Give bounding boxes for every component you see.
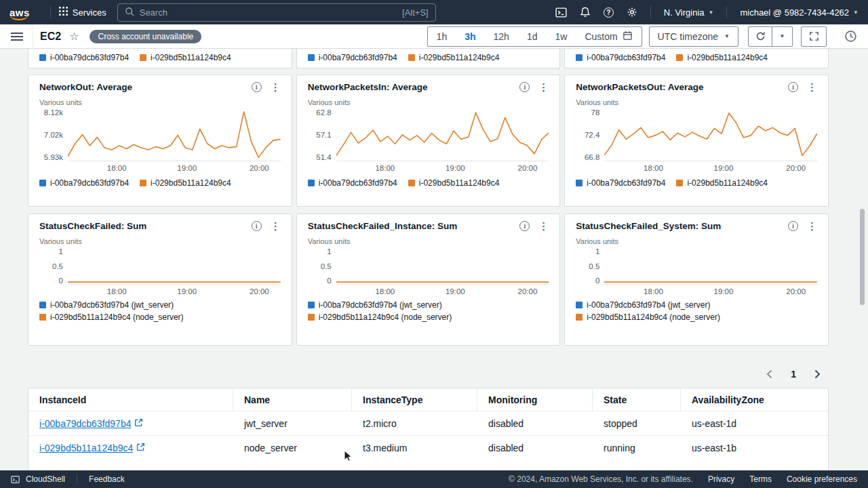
legend-swatch-blue <box>308 302 315 308</box>
time-range-3h[interactable]: 3h <box>456 27 484 46</box>
refresh-options-button[interactable]: ▼ <box>772 26 793 47</box>
instance-link[interactable]: i-00ba79dcb63fd97b4 <box>39 418 143 429</box>
legend-item[interactable]: i-029bd5b11a124b9c4 <box>676 178 768 188</box>
y-tick-label: 8.12k <box>44 108 63 117</box>
instance-monitoring: disabled <box>477 411 593 435</box>
legend-swatch-orange <box>140 54 146 61</box>
region-selector[interactable]: N. Virginia ▼ <box>664 7 714 18</box>
y-tick-label: 0 <box>59 277 63 285</box>
legend-item[interactable]: i-029bd5b11a124b9c4 <box>140 178 231 188</box>
y-tick-label: 0.5 <box>589 262 599 270</box>
y-tick-label: 1 <box>327 247 331 256</box>
ellipsis-menu-icon[interactable]: ⋮ <box>538 221 549 231</box>
chart-plot-area[interactable] <box>336 108 549 161</box>
notifications-bell-icon[interactable] <box>580 7 591 18</box>
time-range-custom[interactable]: Custom <box>576 27 641 46</box>
legend-item[interactable]: i-00ba79dcb63fd97b4 <box>576 53 665 62</box>
x-tick-label: 19:00 <box>446 287 465 296</box>
column-header-monitoring: Monitoring <box>477 388 593 411</box>
next-page-icon[interactable] <box>814 369 821 379</box>
legend-swatch-blue <box>39 180 46 186</box>
time-range-12h[interactable]: 12h <box>485 27 518 46</box>
chart-card-statuscheckfailed-system: StatusCheckFailed_System: Sum i ⋮ Variou… <box>564 214 829 346</box>
footer-terms[interactable]: Terms <box>749 474 772 484</box>
legend-item[interactable]: i-00ba79dcb63fd97b4 <box>308 53 397 62</box>
chart-title: StatusCheckFailed: Sum <box>39 221 146 231</box>
vertical-scrollbar[interactable] <box>860 209 865 305</box>
fullscreen-button[interactable] <box>801 26 827 47</box>
legend-item[interactable]: i-00ba79dcb63fd97b4 <box>39 53 129 62</box>
account-menu[interactable]: michael @ 5982-7434-4262 ▼ <box>740 7 859 18</box>
legend-label: i-00ba79dcb63fd97b4 (jwt_server) <box>50 300 174 310</box>
footer-cloudshell[interactable]: CloudShell <box>26 474 65 484</box>
chart-plot-area[interactable] <box>604 247 817 285</box>
legend-item[interactable]: i-00ba79dcb63fd97b4 <box>576 178 665 188</box>
instance-link[interactable]: i-029bd5b11a124b9c4 <box>39 443 145 453</box>
legend-item[interactable]: i-029bd5b11a124b9c4 <box>408 178 500 188</box>
info-icon[interactable]: i <box>788 82 798 92</box>
legend-swatch-blue <box>576 54 583 61</box>
instance-monitoring: disabled <box>477 436 593 460</box>
time-range-1w[interactable]: 1w <box>546 27 576 46</box>
info-icon[interactable]: i <box>519 82 530 92</box>
services-menu[interactable]: Services <box>59 7 106 18</box>
info-icon[interactable]: i <box>252 82 262 92</box>
footer-cookie-preferences[interactable]: Cookie preferences <box>787 474 857 484</box>
auto-refresh-status-icon[interactable] <box>844 30 857 43</box>
x-tick-label: 20:00 <box>250 164 269 172</box>
ellipsis-menu-icon[interactable]: ⋮ <box>271 82 281 92</box>
legend-item[interactable]: i-029bd5b11a124b9c4 <box>408 53 500 62</box>
cloudshell-icon[interactable] <box>555 7 567 18</box>
y-axis-labels: 1 0.5 0 <box>576 247 604 285</box>
legend-item[interactable]: i-00ba79dcb63fd97b4 (jwt_server) <box>308 300 442 310</box>
timezone-dropdown[interactable]: UTC timezone ▼ <box>649 26 738 47</box>
chart-plot-area[interactable] <box>336 247 549 285</box>
legend-item[interactable]: i-00ba79dcb63fd97b4 <box>39 178 129 188</box>
ellipsis-menu-icon[interactable]: ⋮ <box>807 221 817 231</box>
aws-logo[interactable]: aws <box>9 7 30 18</box>
favorite-star-icon[interactable]: ☆ <box>69 30 79 43</box>
info-icon[interactable]: i <box>252 221 262 231</box>
chart-units-label: Various units <box>308 237 549 245</box>
chart-plot-area[interactable] <box>68 247 281 285</box>
chart-title: NetworkPacketsIn: Average <box>308 82 428 92</box>
ellipsis-menu-icon[interactable]: ⋮ <box>271 221 281 231</box>
chart-units-label: Various units <box>39 237 281 245</box>
column-header-instanceid: InstanceId <box>28 388 233 411</box>
x-tick-label: 19:00 <box>714 164 734 172</box>
ellipsis-menu-icon[interactable]: ⋮ <box>807 82 817 92</box>
legend-item[interactable]: i-029bd5b11a124b9c4 <box>676 53 768 62</box>
search-input[interactable]: Search [Alt+S] <box>117 3 436 22</box>
ellipsis-menu-icon[interactable]: ⋮ <box>538 82 549 92</box>
page-number[interactable]: 1 <box>791 369 796 380</box>
hamburger-menu-icon[interactable] <box>11 33 23 41</box>
previous-page-icon[interactable] <box>766 369 772 379</box>
chart-units-label: Various units <box>308 98 549 106</box>
time-range-1h[interactable]: 1h <box>428 27 456 46</box>
chart-plot-area[interactable] <box>604 108 817 161</box>
help-icon[interactable]: ? <box>604 7 614 18</box>
info-icon[interactable]: i <box>788 221 798 231</box>
info-icon[interactable]: i <box>519 221 530 231</box>
instance-type: t3.medium <box>352 436 477 460</box>
legend-item[interactable]: i-029bd5b11a124b9c4 (node_server) <box>576 312 720 322</box>
time-range-1d[interactable]: 1d <box>518 27 547 46</box>
footer-privacy[interactable]: Privacy <box>708 474 734 484</box>
footer-feedback[interactable]: Feedback <box>89 474 125 484</box>
y-axis-labels: 1 0.5 0 <box>308 247 336 285</box>
legend-swatch-orange <box>676 54 683 61</box>
x-tick-label: 19:00 <box>177 164 197 172</box>
refresh-button[interactable] <box>748 26 772 47</box>
legend-item[interactable]: i-00ba79dcb63fd97b4 (jwt_server) <box>39 300 174 310</box>
search-icon <box>125 7 134 18</box>
legend-item[interactable]: i-00ba79dcb63fd97b4 (jwt_server) <box>576 300 710 310</box>
x-tick-label: 20:00 <box>786 164 806 172</box>
legend-item[interactable]: i-029bd5b11a124b9c4 (node_server) <box>39 312 184 322</box>
chart-title: NetworkPacketsOut: Average <box>576 82 703 92</box>
legend-item[interactable]: i-029bd5b11a124b9c4 (node_server) <box>308 312 452 322</box>
instance-az: us-east-1d <box>681 411 828 435</box>
legend-item[interactable]: i-029bd5b11a124b9c4 <box>140 53 231 62</box>
legend-item[interactable]: i-00ba79dcb63fd97b4 <box>308 178 397 188</box>
chart-plot-area[interactable] <box>68 108 281 161</box>
settings-gear-icon[interactable] <box>627 7 637 18</box>
